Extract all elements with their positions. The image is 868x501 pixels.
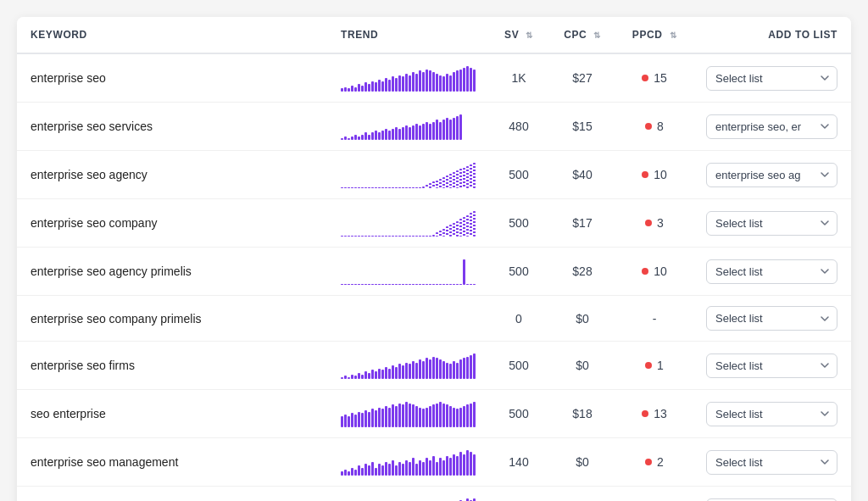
addtolist-cell: Select list bbox=[693, 342, 851, 390]
trend-cell bbox=[327, 438, 489, 487]
select-list-dropdown[interactable]: enterprise seo, er bbox=[706, 114, 837, 139]
cpc-cell: $40 bbox=[548, 151, 616, 199]
select-list-dropdown[interactable]: Select list bbox=[706, 402, 837, 426]
ppcd-value: 13 bbox=[654, 407, 667, 420]
sv-cell: 500 bbox=[489, 151, 548, 199]
ppcd-cell: 15 bbox=[616, 53, 693, 103]
ppcd-value: 2 bbox=[657, 455, 664, 469]
col-ppcd[interactable]: PPCD ⇅ bbox=[616, 17, 693, 53]
addtolist-cell: Select list bbox=[693, 199, 851, 248]
cpc-cell: $0 bbox=[548, 342, 616, 390]
cpc-sort-icon[interactable]: ⇅ bbox=[593, 31, 601, 40]
trend-cell bbox=[327, 342, 489, 390]
sv-cell: 500 bbox=[489, 342, 548, 390]
table-row: seo enterprise500$1813Select list bbox=[17, 390, 851, 438]
keywords-table: KEYWORD TREND SV ⇅ CPC ⇅ PPCD ⇅ ADD TO L… bbox=[17, 17, 851, 501]
ppcd-cell: 10 bbox=[616, 248, 693, 296]
addtolist-cell: Select list bbox=[693, 390, 851, 438]
col-cpc[interactable]: CPC ⇅ bbox=[548, 17, 616, 53]
ppcd-cell: 13 bbox=[616, 390, 693, 438]
keyword-cell: enterprise search engine optimization bbox=[17, 487, 327, 502]
trend-cell bbox=[327, 53, 489, 103]
table-row: enterprise seo company500$173Select list bbox=[17, 199, 851, 248]
table-row: enterprise seo services480$158enterprise… bbox=[17, 103, 851, 151]
ppcd-sort-icon[interactable]: ⇅ bbox=[670, 31, 677, 40]
trend-cell bbox=[327, 248, 489, 296]
col-sv[interactable]: SV ⇅ bbox=[489, 17, 548, 53]
trend-cell bbox=[327, 199, 489, 248]
ppcd-value: 1 bbox=[657, 359, 664, 372]
addtolist-cell: Select list bbox=[693, 438, 851, 487]
cpc-cell: $0 bbox=[548, 296, 616, 342]
sv-sort-icon[interactable]: ⇅ bbox=[526, 31, 533, 40]
select-list-dropdown[interactable]: Select list bbox=[706, 306, 837, 331]
select-list-dropdown[interactable]: Select list bbox=[706, 450, 837, 475]
table-row: enterprise seo management140$02Select li… bbox=[17, 438, 851, 487]
cpc-cell: $15 bbox=[548, 103, 616, 151]
select-list-dropdown[interactable]: Select list bbox=[706, 211, 837, 236]
addtolist-cell: enterprise seo ag bbox=[693, 151, 851, 199]
ppcd-value: 10 bbox=[654, 168, 667, 181]
keyword-cell: enterprise seo company bbox=[17, 199, 327, 248]
col-trend: TREND bbox=[327, 17, 489, 53]
table-header-row: KEYWORD TREND SV ⇅ CPC ⇅ PPCD ⇅ ADD TO L… bbox=[17, 17, 851, 53]
ppcd-cell: 10 bbox=[616, 151, 693, 199]
keyword-cell: enterprise seo agency bbox=[17, 151, 327, 199]
ppcd-dot bbox=[642, 75, 648, 81]
ppcd-cell: - bbox=[616, 296, 693, 342]
ppcd-cell: 8 bbox=[616, 103, 693, 151]
select-list-dropdown[interactable]: enterprise seo ag bbox=[706, 163, 837, 187]
sv-cell: 500 bbox=[489, 487, 548, 502]
sv-cell: 500 bbox=[489, 248, 548, 296]
ppcd-dot bbox=[645, 123, 652, 130]
table-row: enterprise seo firms500$01Select list bbox=[17, 342, 851, 390]
sv-cell: 480 bbox=[489, 103, 548, 151]
ppcd-value: 10 bbox=[654, 264, 667, 278]
cpc-cell: $28 bbox=[548, 248, 616, 296]
ppcd-cell: 2 bbox=[616, 438, 693, 487]
table-row: enterprise seo agency500$4010enterprise … bbox=[17, 151, 851, 199]
addtolist-cell: Select list bbox=[693, 53, 851, 103]
keyword-cell: enterprise seo firms bbox=[17, 342, 327, 390]
sv-cell: 140 bbox=[489, 438, 548, 487]
sv-cell: 500 bbox=[489, 390, 548, 438]
col-addtolist: ADD TO LIST bbox=[693, 17, 851, 53]
trend-cell bbox=[327, 151, 489, 199]
keyword-cell: enterprise seo agency primelis bbox=[17, 248, 327, 296]
select-list-dropdown[interactable]: Select list bbox=[706, 259, 837, 284]
trend-cell bbox=[327, 296, 489, 342]
trend-cell bbox=[327, 390, 489, 438]
ppcd-dot bbox=[645, 362, 652, 369]
addtolist-cell: Select list bbox=[693, 248, 851, 296]
keyword-cell: enterprise seo company primelis bbox=[17, 296, 327, 342]
trend-cell bbox=[327, 103, 489, 151]
select-list-dropdown[interactable]: Select list bbox=[706, 498, 837, 502]
table-row: enterprise seo agency primelis500$2810Se… bbox=[17, 248, 851, 296]
ppcd-dot bbox=[645, 220, 652, 226]
ppcd-dot bbox=[642, 268, 648, 275]
cpc-cell: $0 bbox=[548, 438, 616, 487]
ppcd-dot bbox=[642, 171, 648, 178]
select-list-dropdown[interactable]: Select list bbox=[706, 353, 837, 378]
addtolist-cell: Select list bbox=[693, 487, 851, 502]
ppcd-cell: 1 bbox=[616, 342, 693, 390]
ppcd-cell: 3 bbox=[616, 487, 693, 502]
trend-cell bbox=[327, 487, 489, 502]
main-container: KEYWORD TREND SV ⇅ CPC ⇅ PPCD ⇅ ADD TO L… bbox=[17, 17, 851, 501]
sv-cell: 1K bbox=[489, 53, 548, 103]
ppcd-cell: 3 bbox=[616, 199, 693, 248]
keyword-cell: enterprise seo services bbox=[17, 103, 327, 151]
ppcd-value: 8 bbox=[657, 120, 664, 133]
keyword-cell: enterprise seo bbox=[17, 53, 327, 103]
cpc-cell: $17 bbox=[548, 199, 616, 248]
addtolist-cell: Select list bbox=[693, 296, 851, 342]
ppcd-dot bbox=[645, 459, 652, 465]
col-keyword: KEYWORD bbox=[17, 17, 327, 53]
sv-cell: 500 bbox=[489, 199, 548, 248]
table-row: enterprise search engine optimization500… bbox=[17, 487, 851, 502]
addtolist-cell: enterprise seo, er bbox=[693, 103, 851, 151]
keyword-cell: seo enterprise bbox=[17, 390, 327, 438]
select-list-dropdown[interactable]: Select list bbox=[706, 66, 837, 91]
cpc-cell: $0 bbox=[548, 487, 616, 502]
cpc-cell: $27 bbox=[548, 53, 616, 103]
